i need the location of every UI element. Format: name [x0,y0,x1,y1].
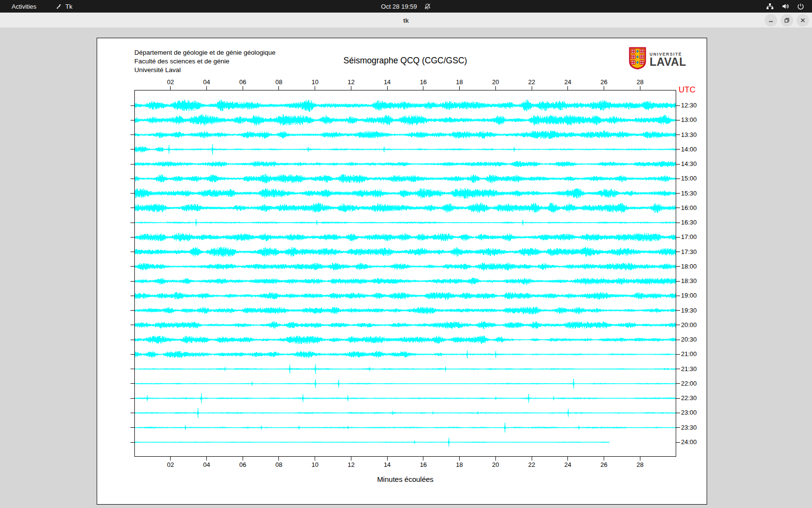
utc-tick-mark [130,281,134,282]
utc-tick-label: 13:30 [681,131,697,139]
utc-tick-mark [130,340,134,340]
x-tick-mark [604,457,604,461]
x-tick-label: 06 [234,461,251,468]
utc-tick-label: 23:00 [681,409,697,417]
utc-tick-mark [130,442,134,443]
utc-tick-label: 22:00 [681,380,697,388]
focused-app-indicator[interactable]: Tk [56,3,72,10]
x-tick-label: 24 [560,78,576,86]
utc-tick-mark [676,281,680,282]
utc-tick-mark [130,398,134,399]
x-tick-mark [243,457,243,461]
utc-tick-label: 18:30 [681,277,697,285]
x-tick-mark [495,457,496,461]
restore-button[interactable] [781,14,793,27]
x-tick-mark [387,457,388,461]
x-tick-mark [243,86,243,90]
utc-tick-mark [676,340,680,340]
utc-tick-mark [130,237,134,238]
utc-tick-label: 12:30 [681,102,697,109]
utc-tick-mark [130,325,134,325]
x-tick-label: 06 [234,78,251,86]
x-tick-mark [532,86,532,90]
laval-wordmark: UNIVERSITÉ LAVAL [650,52,686,67]
utc-tick-mark [676,369,680,369]
utc-tick-mark [130,105,134,106]
x-tick-mark [640,457,640,461]
volume-icon [782,3,789,10]
plot-frame [134,90,676,457]
laval-shield-icon [629,47,646,72]
x-axis-title: Minutes écoulées [134,475,676,483]
utc-tick-mark [676,398,680,399]
utc-tick-mark [676,310,680,311]
utc-tick-label: 19:30 [681,307,697,314]
utc-tick-mark [130,354,134,355]
x-tick-mark [206,457,207,461]
utc-tick-mark [676,120,680,120]
utc-tick-mark [676,134,680,135]
x-tick-mark [495,86,496,90]
utc-tick-mark [676,105,680,106]
utc-tick-mark [676,237,680,238]
utc-tick-label: 17:30 [681,248,697,256]
bell-muted-icon[interactable] [424,3,431,10]
x-tick-label: 14 [379,78,395,86]
x-tick-mark [459,86,460,90]
x-tick-label: 16 [415,78,432,86]
x-tick-mark [315,86,315,90]
x-tick-mark [278,86,279,90]
utc-tick-mark [676,149,680,149]
x-tick-label: 14 [379,461,395,468]
x-tick-label: 22 [523,78,540,86]
x-tick-label: 24 [560,461,576,468]
window-titlebar[interactable]: tk [0,13,812,28]
utc-tick-mark [676,266,680,267]
tk-feather-icon [56,3,62,10]
x-tick-label: 26 [596,78,612,86]
utc-tick-label: 16:00 [681,204,697,212]
x-tick-mark [387,86,388,90]
x-tick-label: 16 [415,461,432,468]
utc-tick-mark [130,164,134,164]
utc-tick-label: 20:00 [681,321,697,329]
activities-button[interactable]: Activities [9,2,39,11]
x-tick-mark [567,457,568,461]
power-icon [797,3,804,10]
minimize-button[interactable] [765,14,777,27]
institution-line: Université Laval [134,66,276,75]
system-status-area[interactable] [766,3,812,10]
utc-tick-mark [130,179,134,179]
utc-tick-mark [130,208,134,208]
x-tick-mark [351,86,351,90]
x-tick-mark [170,457,171,461]
utc-tick-mark [130,266,134,267]
utc-tick-mark [676,427,680,428]
x-tick-label: 12 [343,78,359,86]
utc-tick-label: 15:30 [681,190,697,197]
focused-app-name: Tk [65,3,72,10]
x-tick-mark [532,457,532,461]
x-tick-mark [604,86,604,90]
x-tick-label: 20 [487,78,504,86]
desktop: Activities Tk Oct 28 19:59 [0,0,812,508]
x-tick-label: 26 [596,461,612,468]
x-tick-label: 08 [271,78,287,86]
x-tick-label: 28 [632,461,648,468]
utc-axis-title: UTC [679,85,696,95]
utc-tick-label: 14:30 [681,160,697,168]
x-tick-label: 18 [451,78,468,86]
utc-tick-mark [130,369,134,369]
utc-tick-mark [130,193,134,194]
x-tick-label: 02 [162,78,179,86]
close-button[interactable] [797,14,809,27]
utc-tick-label: 16:30 [681,219,697,226]
utc-tick-label: 24:00 [681,438,697,446]
utc-tick-mark [676,179,680,179]
utc-tick-label: 13:00 [681,116,697,124]
clock[interactable]: Oct 28 19:59 [381,3,417,10]
utc-tick-mark [130,427,134,428]
utc-tick-label: 21:30 [681,365,697,373]
x-tick-label: 12 [343,461,359,468]
x-tick-label: 20 [487,461,504,468]
